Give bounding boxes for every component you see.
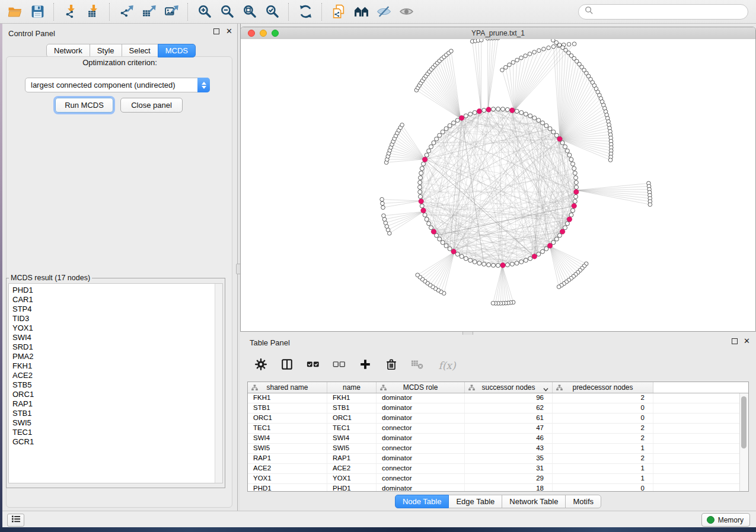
network-window-titlebar[interactable]: YPA_prune.txt_1 [241,27,755,40]
table-row[interactable]: FKH1FKH1dominator962 [248,393,748,403]
mcds-result-item[interactable]: RAP1 [9,399,214,409]
mcds-result-item[interactable]: TID3 [9,314,214,323]
table-scrollbar-thumb[interactable] [741,396,747,448]
table-row[interactable]: STB1STB1dominator620 [248,403,748,414]
run-mcds-button[interactable]: Run MCDS [55,98,113,113]
mcds-result-item[interactable]: SWI4 [9,333,214,342]
tab-mcds[interactable]: MCDS [158,44,196,57]
mcds-result-item[interactable]: TEC1 [9,428,214,437]
mcds-result-item[interactable]: PMA2 [9,352,214,361]
float-panel-icon[interactable] [213,28,219,34]
table-cell: dominator [377,403,465,413]
status-bar: Memory [2,511,756,527]
tab-edge-table[interactable]: Edge Table [448,495,502,508]
table-row[interactable]: SWI5SWI5connector431 [248,444,748,454]
mcds-result-item[interactable]: SRD1 [9,342,214,352]
mcds-result-item[interactable]: YOX1 [9,323,214,333]
open-session-icon [8,4,23,19]
table-cell: SWI4 [248,434,327,443]
tab-network[interactable]: Network [46,44,90,57]
column-header-shared-name[interactable]: shared name [248,382,327,393]
table-row[interactable]: TEC1TEC1connector472 [248,424,748,434]
delete-column-button[interactable] [385,359,398,372]
deselect-all-button[interactable] [333,359,346,372]
table-cell: 1 [553,464,653,473]
node-table: shared namenameMCDS rolesuccessor nodesp… [247,382,749,492]
table-row[interactable]: PHD1PHD1dominator180 [248,484,748,492]
column-header-successor-nodes[interactable]: successor nodes [465,382,553,393]
window-close-icon[interactable] [248,30,255,37]
open-session-button[interactable] [4,2,26,21]
search-input[interactable] [594,7,748,17]
column-header-predecessor-nodes[interactable]: predecessor nodes [553,382,653,393]
tab-network-table[interactable]: Network Table [502,495,566,508]
hide-details-button[interactable] [372,2,395,21]
column-header-mcds-role[interactable]: MCDS role [377,382,465,393]
network-canvas-area[interactable] [241,39,755,331]
window-maximize-icon[interactable] [272,30,279,37]
float-panel-icon[interactable] [732,338,738,344]
add-column-button[interactable] [359,359,372,372]
table-cell: RAP1 [248,454,327,463]
zoom-out-button[interactable] [216,2,238,21]
mcds-result-item[interactable]: STB1 [9,409,214,418]
apply-layout-button[interactable] [294,2,317,21]
table-row[interactable]: ORC1ORC1dominator610 [248,414,748,424]
tab-select[interactable]: Select [122,44,158,57]
task-history-button[interactable] [7,514,24,527]
table-row[interactable]: RAP1RAP1dominator352 [248,454,748,464]
table-cell: FKH1 [248,393,327,403]
table-row[interactable]: YOX1YOX1connector291 [248,474,748,484]
table-body: FKH1FKH1dominator962STB1STB1dominator620… [248,393,748,492]
import-network-button[interactable] [59,2,82,21]
save-session-button[interactable] [26,2,49,21]
zoom-fit-button[interactable] [238,2,261,21]
zoom-in-button[interactable] [193,2,216,21]
table-cell: 43 [465,444,553,453]
network-file-button[interactable] [327,2,350,21]
tab-style[interactable]: Style [90,44,122,57]
window-minimize-icon[interactable] [260,30,267,37]
first-neighbors-button[interactable] [350,2,372,21]
tab-motifs[interactable]: Motifs [565,495,601,508]
export-network-button[interactable] [115,2,138,21]
close-panel-icon[interactable]: ✕ [226,28,232,34]
close-panel-label: Close panel [131,101,172,110]
table-scrollbar[interactable] [739,393,748,491]
table-cell-filler [653,434,748,443]
optimization-criterion-select[interactable]: largest connected component (undirected) [25,78,210,92]
mcds-result-item[interactable]: GCR1 [9,437,214,447]
select-all-button[interactable] [307,359,320,372]
close-panel-icon[interactable]: ✕ [744,338,750,344]
table-cell: connector [377,474,465,483]
table-cell: 2 [553,434,653,443]
mcds-result-item[interactable]: STP4 [9,305,214,314]
zoom-selected-button[interactable] [261,2,283,21]
tab-node-table[interactable]: Node Table [395,495,449,508]
memory-button[interactable]: Memory [701,513,750,527]
table-row[interactable]: ACE2ACE2connector311 [248,464,748,474]
mcds-result-item[interactable]: PHD1 [9,286,214,295]
columns-button[interactable] [280,359,294,372]
column-header-name[interactable]: name [327,382,377,393]
mcds-result-item[interactable]: ORC1 [9,390,214,399]
mcds-result-item[interactable]: ACE2 [9,371,214,380]
close-panel-button[interactable]: Close panel [120,98,183,113]
import-table-button[interactable] [82,2,104,21]
mcds-result-item[interactable]: CAR1 [9,295,214,305]
show-details-button[interactable] [395,2,417,21]
table-row[interactable]: SWI4SWI4dominator462 [248,434,748,444]
mcds-result-item[interactable]: STB5 [9,380,214,390]
toolbar-separator [288,3,289,21]
mcds-list-scrollbar[interactable] [215,284,222,483]
memory-label: Memory [718,516,744,524]
search-box[interactable] [578,4,748,20]
mcds-result-item[interactable]: FKH1 [9,361,214,371]
table-cell: 46 [465,434,553,443]
mcds-result-item[interactable]: SWI5 [9,418,214,428]
attribute-type-icon [468,384,475,393]
export-table-button[interactable] [138,2,160,21]
export-image-button[interactable] [160,2,183,21]
gear-button[interactable] [254,359,267,372]
zoom-fit-icon [243,4,257,19]
